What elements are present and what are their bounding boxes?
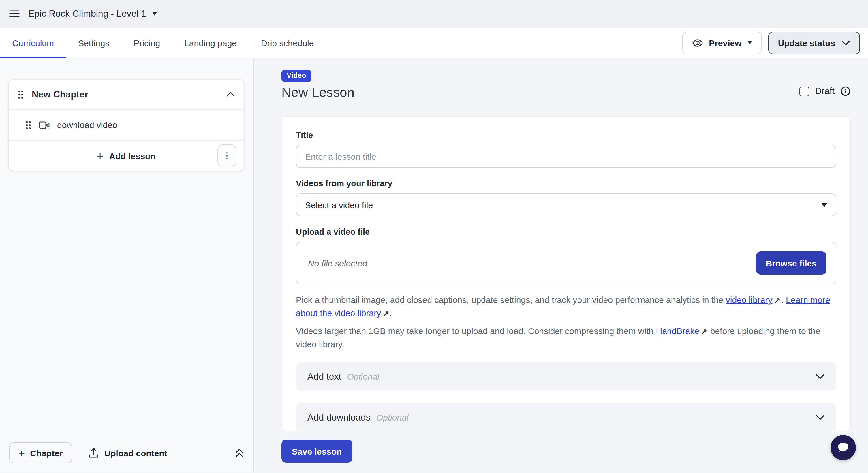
lesson-item[interactable]: download video xyxy=(9,109,244,140)
chevron-down-icon xyxy=(841,40,850,45)
eye-icon xyxy=(692,38,703,47)
video-library-select[interactable]: Select a video file xyxy=(296,193,836,216)
draft-toggle-group: Draft xyxy=(800,86,851,96)
chat-bubble-icon xyxy=(836,441,850,454)
kebab-icon: ⋮ xyxy=(223,151,231,161)
tab-label: Drip schedule xyxy=(261,38,314,48)
video-library-link[interactable]: video library xyxy=(726,295,773,305)
title-field-label: Title xyxy=(296,130,836,140)
add-downloads-label: Add downloads xyxy=(307,412,371,422)
add-lesson-button[interactable]: + Add lesson xyxy=(97,150,156,161)
draft-checkbox[interactable] xyxy=(800,86,809,96)
update-status-label: Update status xyxy=(778,38,835,48)
caret-down-icon xyxy=(821,203,827,207)
lesson-type-badge: Video xyxy=(281,70,311,82)
sidebar-footer: + Chapter Upload content xyxy=(0,442,253,463)
chevron-down-icon xyxy=(815,374,825,379)
add-downloads-section[interactable]: Add downloads Optional xyxy=(296,403,836,432)
chapter-card: New Chapter download video xyxy=(8,79,245,171)
drag-handle-icon[interactable] xyxy=(18,90,24,99)
tab-curriculum[interactable]: Curriculum xyxy=(0,28,66,58)
tab-drip-schedule[interactable]: Drip schedule xyxy=(249,28,326,58)
select-value: Select a video file xyxy=(305,200,373,210)
upload-icon xyxy=(89,448,99,458)
course-title-text: Epic Rock Climbing - Level 1 xyxy=(28,9,146,19)
plus-icon: + xyxy=(97,150,103,161)
optional-label: Optional xyxy=(347,372,379,381)
caret-down-icon xyxy=(152,12,157,15)
lesson-title-input[interactable] xyxy=(296,145,836,168)
tab-landing-page[interactable]: Landing page xyxy=(172,28,249,58)
chapter-options-button[interactable]: ⋮ xyxy=(217,144,237,167)
curriculum-sidebar: New Chapter download video xyxy=(0,58,254,472)
update-status-button[interactable]: Update status xyxy=(768,31,860,54)
add-chapter-button[interactable]: + Chapter xyxy=(9,442,72,463)
external-link-icon: ↗ xyxy=(701,325,707,338)
collapse-all-button[interactable] xyxy=(235,448,244,458)
chapter-header[interactable]: New Chapter xyxy=(9,80,244,109)
plus-icon: + xyxy=(19,447,25,458)
add-text-label: Add text xyxy=(307,371,341,382)
file-upload-box: No file selected Browse files xyxy=(296,242,836,284)
chapter-title: New Chapter xyxy=(32,89,218,99)
draft-label: Draft xyxy=(815,86,835,96)
save-lesson-button[interactable]: Save lesson xyxy=(281,440,352,463)
tabs: Curriculum Settings Pricing Landing page… xyxy=(0,28,326,58)
preview-button[interactable]: Preview xyxy=(682,31,762,54)
lesson-header: Video New Lesson Draft xyxy=(281,70,851,100)
app-root: Epic Rock Climbing - Level 1 Curriculum … xyxy=(0,0,868,473)
upload-content-label: Upload content xyxy=(104,448,167,458)
tab-label: Pricing xyxy=(133,38,160,48)
upload-content-button[interactable]: Upload content xyxy=(89,448,167,458)
browse-files-button[interactable]: Browse files xyxy=(756,252,827,275)
library-field-label: Videos from your library xyxy=(296,178,836,189)
video-library-help-text: Pick a thumbnail image, add closed capti… xyxy=(296,294,836,320)
help-text: Pick a thumbnail image, add closed capti… xyxy=(296,295,726,305)
chevron-up-icon[interactable] xyxy=(226,92,235,97)
optional-label: Optional xyxy=(376,412,409,422)
page-title: New Lesson xyxy=(281,85,851,100)
chapter-footer: + Add lesson ⋮ xyxy=(9,140,244,171)
lesson-editor: Video New Lesson Draft Title Videos from… xyxy=(254,58,868,472)
double-chevron-up-icon xyxy=(235,448,244,458)
add-chapter-label: Chapter xyxy=(30,448,63,458)
compression-help-text: Videos larger than 1GB may take longer t… xyxy=(296,325,836,351)
help-text: . xyxy=(781,295,786,305)
content-area: New Chapter download video xyxy=(0,58,868,472)
lesson-item-label: download video xyxy=(57,120,117,130)
add-text-section[interactable]: Add text Optional xyxy=(296,362,836,390)
tab-label: Landing page xyxy=(184,38,237,48)
hamburger-menu-button[interactable] xyxy=(9,9,20,19)
add-lesson-label: Add lesson xyxy=(109,151,156,161)
chevron-down-icon xyxy=(815,414,825,420)
header-actions: Preview Update status xyxy=(682,31,860,54)
lesson-form-card: Title Videos from your library Select a … xyxy=(281,116,851,432)
external-link-icon: ↗ xyxy=(383,308,389,320)
topbar: Epic Rock Climbing - Level 1 xyxy=(0,0,868,28)
hamburger-icon xyxy=(9,9,20,19)
handbrake-link[interactable]: HandBrake xyxy=(656,326,699,336)
tabbar: Curriculum Settings Pricing Landing page… xyxy=(0,28,868,58)
drag-handle-icon[interactable] xyxy=(25,120,31,129)
info-icon[interactable] xyxy=(840,86,851,96)
upload-field-label: Upload a video file xyxy=(296,227,836,237)
tab-label: Settings xyxy=(78,38,109,48)
video-camera-icon xyxy=(39,121,50,129)
preview-label: Preview xyxy=(709,38,741,48)
external-link-icon: ↗ xyxy=(774,294,781,307)
course-title-dropdown[interactable]: Epic Rock Climbing - Level 1 xyxy=(28,9,157,19)
tab-pricing[interactable]: Pricing xyxy=(121,28,172,58)
help-text: . xyxy=(390,308,392,318)
no-file-text: No file selected xyxy=(308,258,756,268)
caret-down-icon xyxy=(747,41,752,44)
help-text: Videos larger than 1GB may take longer t… xyxy=(296,326,656,336)
tab-label: Curriculum xyxy=(12,38,54,48)
tab-settings[interactable]: Settings xyxy=(66,28,121,58)
chat-widget-button[interactable] xyxy=(831,435,856,460)
